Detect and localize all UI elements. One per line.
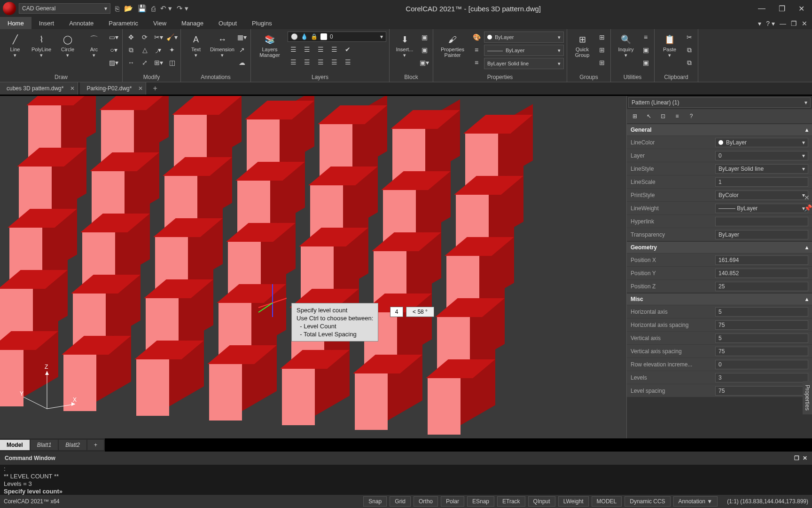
cloud-icon[interactable]: ☁	[236, 57, 248, 68]
block-def-icon[interactable]: ▣	[419, 32, 430, 43]
quickgroup-button[interactable]: ⊞Quick Group	[570, 32, 594, 58]
section-general[interactable]: General▴	[627, 124, 812, 135]
linestyle-select[interactable]: ByLayer Solid line▾	[484, 58, 564, 69]
linecolor-field[interactable]: ByLayer▾	[715, 138, 808, 147]
erase-icon[interactable]: 🧹▾	[166, 32, 178, 43]
linestyle-field[interactable]: ByLayer Solid line▾	[715, 164, 808, 174]
paste-button[interactable]: 📋Paste▾	[657, 32, 682, 58]
close-icon[interactable]: ✕	[798, 4, 804, 13]
tab-plugins[interactable]: Plugins	[244, 17, 280, 29]
row-elev-field[interactable]: 0	[715, 360, 808, 369]
level-count-input[interactable]	[390, 307, 403, 317]
copy-icon[interactable]: ⧉	[125, 44, 137, 56]
layout-tab[interactable]: Blatt1	[31, 440, 58, 450]
tab-parametric[interactable]: Parametric	[101, 17, 146, 29]
open-icon[interactable]: 📂	[124, 4, 133, 13]
layout-tab-model[interactable]: Model	[0, 440, 30, 450]
save-icon[interactable]: 💾	[138, 4, 147, 13]
paint-icon[interactable]: 🎨	[471, 32, 482, 43]
line-button[interactable]: ╱Line▾	[3, 32, 27, 58]
pin-icon[interactable]: 📌	[804, 204, 812, 212]
layout-tab[interactable]: Blatt2	[59, 440, 86, 450]
cut-icon[interactable]: ✂	[684, 32, 695, 43]
new-icon[interactable]: ⎘	[115, 5, 119, 13]
minimize-icon[interactable]: ―	[758, 4, 765, 13]
transparency-field[interactable]: ByLayer	[715, 230, 808, 239]
panel-tool-icon[interactable]: ⊞	[630, 111, 640, 121]
table-icon[interactable]: ▦▾	[236, 32, 248, 43]
selection-filter[interactable]: Pattern (Linear) (1)▾	[628, 97, 811, 108]
tab-manage[interactable]: Manage	[174, 17, 211, 29]
tab-annotate[interactable]: Annotate	[62, 17, 101, 29]
viewport-3d[interactable]: Specify level count Use Ctrl to choose b…	[0, 96, 626, 438]
ellipse-icon[interactable]: ○▾	[108, 44, 119, 56]
vaxis-field[interactable]: 5	[715, 333, 808, 343]
color-select[interactable]: ByLayer▾	[484, 32, 564, 43]
etrack-toggle[interactable]: ETrack	[497, 496, 525, 507]
doc-max-icon[interactable]: ❐	[791, 20, 797, 27]
redo-icon[interactable]: ↷ ▾	[177, 4, 188, 13]
posy-field[interactable]: 140.852	[715, 269, 808, 278]
check-icon[interactable]: ✔	[342, 44, 353, 55]
doc-min-icon[interactable]: ―	[780, 20, 786, 27]
cmd-close-icon[interactable]: ✕	[803, 455, 807, 461]
workspace-select[interactable]: CAD General▾	[19, 3, 110, 14]
annotation-toggle[interactable]: Annotation ▼	[673, 496, 718, 507]
layer-icon[interactable]: ☰	[288, 44, 299, 55]
fillet-icon[interactable]: ◞▾	[153, 44, 164, 56]
levels-field[interactable]: 3	[715, 373, 808, 382]
posx-field[interactable]: 161.694	[715, 255, 808, 265]
properties-side-tab[interactable]: Properties	[803, 381, 812, 414]
command-window[interactable]: : ** LEVEL COUNT ** Levels = 3 Specify l…	[0, 465, 812, 495]
doc-close-icon[interactable]: ✕	[802, 20, 807, 27]
dccs-toggle[interactable]: Dynamic CCS	[625, 496, 670, 507]
leader-icon[interactable]: ↗	[236, 44, 248, 56]
printstyle-field[interactable]: ByColor▾	[715, 190, 808, 200]
qinput-toggle[interactable]: QInput	[528, 496, 555, 507]
chevron-down-icon[interactable]: ▾	[758, 20, 761, 27]
layers-manager-button[interactable]: 📚Layers Manager	[254, 32, 286, 58]
esnap-toggle[interactable]: ESnap	[467, 496, 494, 507]
linescale-field[interactable]: 1	[715, 177, 808, 187]
lineweight-select[interactable]: ———ByLayer▾	[484, 45, 564, 56]
explode-icon[interactable]: ✦	[166, 44, 178, 56]
snap-toggle[interactable]: Snap	[363, 496, 387, 507]
section-misc[interactable]: Misc▴	[627, 294, 812, 305]
cmd-max-icon[interactable]: ❐	[794, 455, 799, 461]
doc-tab[interactable]: cubes 3D pattern.dwg*✕	[0, 82, 78, 95]
rotate-icon[interactable]: ⟳	[139, 32, 150, 43]
close-tab-icon[interactable]: ✕	[138, 85, 143, 92]
circle-button[interactable]: ◯Circle▾	[55, 32, 80, 58]
hatch-icon[interactable]: ▨▾	[108, 57, 119, 68]
level-spacing-field[interactable]: 75	[715, 386, 808, 396]
help-icon[interactable]: ? ▾	[766, 20, 775, 27]
posz-field[interactable]: 25	[715, 282, 808, 291]
inquiry-button[interactable]: 🔍Inquiry▾	[614, 32, 638, 58]
help-icon[interactable]: ?	[686, 111, 696, 121]
offset-icon[interactable]: ◫	[166, 57, 178, 68]
dimension-button[interactable]: ↔Dimension▾	[210, 32, 234, 58]
print-icon[interactable]: ⎙	[151, 5, 156, 13]
grid-toggle[interactable]: Grid	[390, 496, 411, 507]
lweight-toggle[interactable]: LWeight	[558, 496, 589, 507]
tab-view[interactable]: View	[146, 17, 174, 29]
maximize-icon[interactable]: ❐	[779, 4, 785, 13]
tab-insert[interactable]: Insert	[31, 17, 62, 29]
arc-button[interactable]: ⌒Arc▾	[82, 32, 106, 58]
close-tab-icon[interactable]: ✕	[70, 85, 75, 92]
layer-field[interactable]: 0▾	[715, 151, 808, 160]
section-geometry[interactable]: Geometry▴	[627, 242, 812, 253]
polyline-button[interactable]: ⌇PolyLine▾	[29, 32, 54, 58]
doc-tab[interactable]: Parking-P02.dwg*✕	[80, 82, 146, 95]
tab-home[interactable]: Home	[0, 17, 31, 29]
vaxis-spacing-field[interactable]: 75	[715, 347, 808, 356]
polar-toggle[interactable]: Polar	[441, 496, 464, 507]
stretch-icon[interactable]: ↔	[125, 57, 137, 68]
haxis-field[interactable]: 5	[715, 307, 808, 317]
insert-button[interactable]: ⬇Insert...▾	[392, 32, 417, 58]
text-button[interactable]: AText▾	[184, 32, 208, 58]
scale-icon[interactable]: ⤢	[139, 57, 150, 68]
add-tab-icon[interactable]: +	[148, 84, 162, 93]
hyperlink-field[interactable]	[715, 217, 808, 226]
trim-icon[interactable]: ✂▾	[153, 32, 164, 43]
